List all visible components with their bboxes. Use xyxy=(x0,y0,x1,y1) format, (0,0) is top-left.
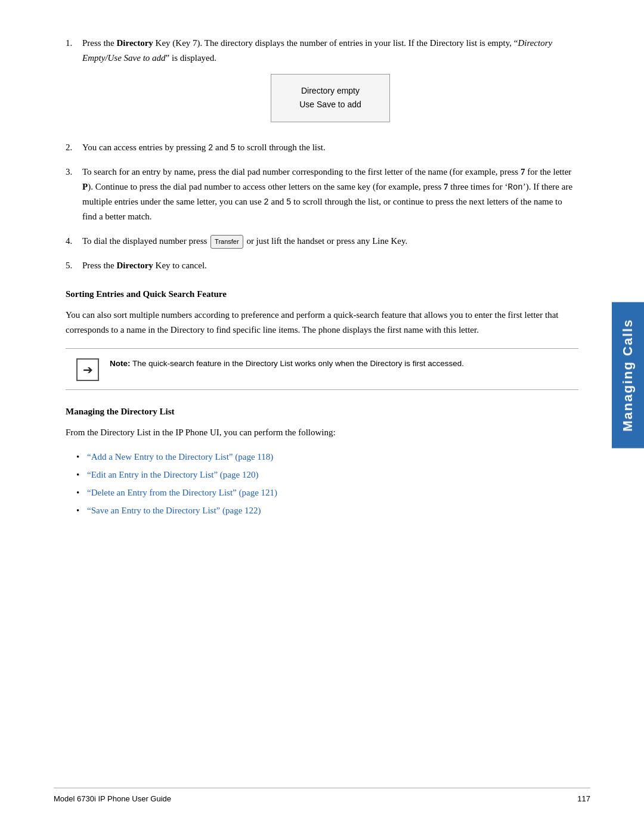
step-1-content: Press the Directory Key (Key 7). The dir… xyxy=(82,36,578,131)
step-3: To search for an entry by name, press th… xyxy=(66,165,578,224)
list-item-1: “Add a New Entry to the Directory List” … xyxy=(76,450,578,464)
step-2-content: You can access entries by pressing 2 and… xyxy=(82,140,578,155)
lcd-display: Directory empty Use Save to add xyxy=(271,74,390,123)
step-4-content: To dial the displayed number press Trans… xyxy=(82,234,578,249)
sorting-body: You can also sort multiple numbers accor… xyxy=(66,308,578,337)
steps-list: Press the Directory Key (Key 7). The dir… xyxy=(66,36,578,272)
managing-links-list: “Add a New Entry to the Directory List” … xyxy=(76,450,578,518)
list-item-4: “Save an Entry to the Directory List” (p… xyxy=(76,503,578,518)
step-4-text: To dial the displayed number press Trans… xyxy=(82,236,407,246)
main-content: Press the Directory Key (Key 7). The dir… xyxy=(66,36,578,518)
step-5-text: Press the Directory Key to cancel. xyxy=(82,261,207,270)
note-label: Note: xyxy=(110,359,131,368)
sidebar-tab: Managing Calls xyxy=(612,302,644,448)
list-item-2: “Edit an Entry in the Directory List” (p… xyxy=(76,467,578,482)
footer-right: 117 xyxy=(577,794,590,803)
step-3-content: To search for an entry by name, press th… xyxy=(82,165,578,224)
step-3-text: To search for an entry by name, press th… xyxy=(82,167,572,221)
arrow-icon: ➔ xyxy=(83,363,93,377)
link-save-entry[interactable]: “Save an Entry to the Directory List” (p… xyxy=(87,506,261,515)
step-2-text: You can access entries by pressing 2 and… xyxy=(82,143,326,152)
link-edit-entry[interactable]: “Edit an Entry in the Directory List” (p… xyxy=(87,470,258,479)
sidebar-label: Managing Calls xyxy=(620,318,635,431)
managing-heading: Managing the Directory List xyxy=(66,407,578,417)
sorting-heading: Sorting Entries and Quick Search Feature xyxy=(66,289,578,299)
step-2: You can access entries by pressing 2 and… xyxy=(66,140,578,155)
note-body: The quick-search feature in the Director… xyxy=(132,359,464,368)
footer-left: Model 6730i IP Phone User Guide xyxy=(54,794,171,803)
managing-intro: From the Directory List in the IP Phone … xyxy=(66,425,578,440)
lcd-line2: Use Save to add xyxy=(283,98,377,112)
link-delete-entry[interactable]: “Delete an Entry from the Directory List… xyxy=(87,488,277,497)
step-1-text: Press the Directory Key (Key 7). The dir… xyxy=(82,38,552,63)
lcd-line1: Directory empty xyxy=(283,84,377,98)
transfer-icon: Transfer xyxy=(210,235,243,248)
step-1: Press the Directory Key (Key 7). The dir… xyxy=(66,36,578,131)
link-add-entry[interactable]: “Add a New Entry to the Directory List” … xyxy=(87,452,273,462)
footer: Model 6730i IP Phone User Guide 117 xyxy=(54,788,590,803)
list-item-3: “Delete an Entry from the Directory List… xyxy=(76,485,578,500)
note-box: ➔ Note: The quick-search feature in the … xyxy=(66,348,578,390)
step-5-content: Press the Directory Key to cancel. xyxy=(82,258,578,273)
step-4: To dial the displayed number press Trans… xyxy=(66,234,578,249)
note-arrow-box: ➔ xyxy=(76,358,99,381)
note-text: Note: The quick-search feature in the Di… xyxy=(110,357,464,370)
step-5: Press the Directory Key to cancel. xyxy=(66,258,578,273)
